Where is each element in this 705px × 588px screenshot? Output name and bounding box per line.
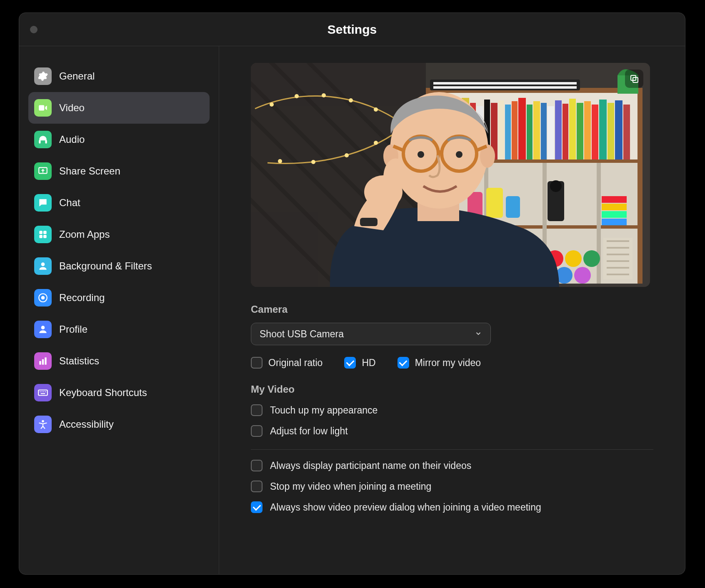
sidebar-item-label: Profile (59, 324, 88, 335)
svg-rect-60 (527, 105, 532, 159)
sidebar-item-keyboard[interactable]: Keyboard Shortcuts (28, 377, 210, 409)
headphones-icon (34, 131, 52, 148)
svg-rect-100 (433, 86, 577, 89)
svg-point-110 (418, 151, 424, 158)
sidebar-item-chat[interactable]: Chat (28, 187, 210, 219)
checkbox-stopvid[interactable] (251, 481, 262, 492)
a11y-icon (34, 416, 52, 433)
svg-rect-78 (486, 188, 503, 218)
svg-rect-83 (602, 204, 627, 210)
apps-icon (34, 226, 52, 243)
svg-rect-2 (45, 140, 47, 144)
svg-point-21 (42, 420, 44, 422)
checkbox-lowlight[interactable] (251, 425, 262, 437)
sidebar-item-bg[interactable]: Background & Filters (28, 250, 210, 282)
rotate-camera-button[interactable] (625, 70, 643, 88)
svg-rect-56 (498, 100, 504, 159)
sidebar-item-stats[interactable]: Statistics (28, 345, 210, 377)
window-controls (30, 26, 38, 33)
rotate-icon (629, 74, 639, 84)
checkbox-original-ratio[interactable] (251, 357, 262, 369)
svg-rect-91 (603, 238, 632, 279)
camera-select[interactable]: Shoot USB Camera (251, 323, 491, 345)
chevron-down-icon (475, 329, 482, 340)
svg-rect-58 (512, 101, 518, 159)
svg-point-90 (574, 267, 591, 284)
svg-rect-0 (39, 105, 44, 111)
checkbox-preview[interactable] (251, 501, 262, 513)
sidebar-item-label: Keyboard Shortcuts (59, 387, 147, 399)
label-original-ratio: Original ratio (268, 357, 322, 369)
svg-rect-63 (548, 106, 554, 159)
svg-rect-19 (45, 391, 46, 392)
svg-rect-6 (39, 235, 42, 238)
svg-rect-113 (360, 218, 378, 226)
keyboard-icon (34, 384, 52, 401)
label-preview: Always show video preview dialog when jo… (270, 502, 541, 513)
checkbox-hd[interactable] (344, 357, 356, 369)
svg-rect-71 (608, 103, 614, 159)
svg-point-10 (41, 296, 45, 300)
label-names: Always display participant name on their… (270, 460, 471, 471)
svg-rect-73 (623, 105, 630, 159)
sidebar-item-label: Audio (59, 134, 85, 145)
svg-rect-85 (602, 219, 627, 225)
settings-window: Settings GeneralVideoAudioShare ScreenCh… (19, 12, 685, 575)
share-icon (34, 162, 52, 180)
svg-point-36 (374, 141, 378, 145)
svg-point-37 (345, 153, 349, 157)
option-names: Always display participant name on their… (251, 460, 653, 471)
sidebar-item-label: Background & Filters (59, 260, 152, 272)
option-stopvid: Stop my video when joining a meeting (251, 481, 653, 492)
svg-point-38 (311, 160, 315, 164)
sidebar-item-label: Statistics (59, 355, 99, 367)
sidebar-item-label: Accessibility (59, 419, 114, 430)
bgfilters-icon (34, 257, 52, 275)
svg-rect-7 (43, 235, 47, 238)
svg-rect-62 (541, 103, 547, 159)
svg-rect-46 (597, 163, 601, 284)
checkbox-names[interactable] (251, 460, 262, 471)
svg-rect-70 (599, 100, 607, 159)
titlebar: Settings (19, 13, 685, 46)
label-mirror-my-video: Mirror my video (415, 357, 481, 369)
svg-rect-61 (533, 101, 540, 159)
svg-rect-72 (615, 100, 622, 159)
label-lowlight: Adjust for low light (270, 426, 348, 437)
section-header-camera: Camera (251, 304, 653, 315)
sidebar-item-general[interactable]: General (28, 60, 210, 92)
sidebar-item-label: Recording (59, 292, 105, 304)
sidebar-item-label: Zoom Apps (59, 229, 110, 240)
svg-point-87 (565, 250, 582, 267)
svg-point-34 (374, 107, 378, 112)
close-window-button[interactable] (30, 26, 38, 33)
sidebar-item-profile[interactable]: Profile (28, 314, 210, 345)
svg-point-31 (295, 94, 299, 98)
sidebar-item-label: Chat (59, 197, 80, 209)
section-header-my-video: My Video (251, 384, 653, 395)
svg-rect-12 (39, 361, 41, 365)
settings-sidebar: GeneralVideoAudioShare ScreenChatZoom Ap… (19, 46, 219, 574)
svg-rect-16 (40, 391, 40, 392)
checkbox-mirror-my-video[interactable] (398, 357, 409, 369)
option-touchup: Touch up my appearance (251, 404, 653, 416)
svg-rect-5 (43, 231, 47, 234)
camera-flags-row: Original ratio HD Mirror my video (251, 357, 653, 369)
video-icon (34, 99, 52, 117)
svg-rect-20 (41, 393, 45, 394)
sidebar-item-recording[interactable]: Recording (28, 282, 210, 314)
sidebar-item-apps[interactable]: Zoom Apps (28, 219, 210, 250)
svg-rect-84 (602, 211, 627, 218)
divider (251, 449, 653, 450)
sidebar-item-a11y[interactable]: Accessibility (28, 409, 210, 440)
sidebar-item-label: Share Screen (59, 165, 120, 177)
svg-rect-18 (43, 391, 44, 392)
sidebar-item-share[interactable]: Share Screen (28, 155, 210, 187)
sidebar-item-audio[interactable]: Audio (28, 124, 210, 155)
sidebar-item-label: General (59, 70, 95, 82)
svg-rect-13 (42, 359, 44, 365)
option-lowlight: Adjust for low light (251, 425, 653, 437)
sidebar-item-video[interactable]: Video (28, 92, 210, 124)
checkbox-touchup[interactable] (251, 404, 262, 416)
svg-point-32 (322, 93, 326, 97)
